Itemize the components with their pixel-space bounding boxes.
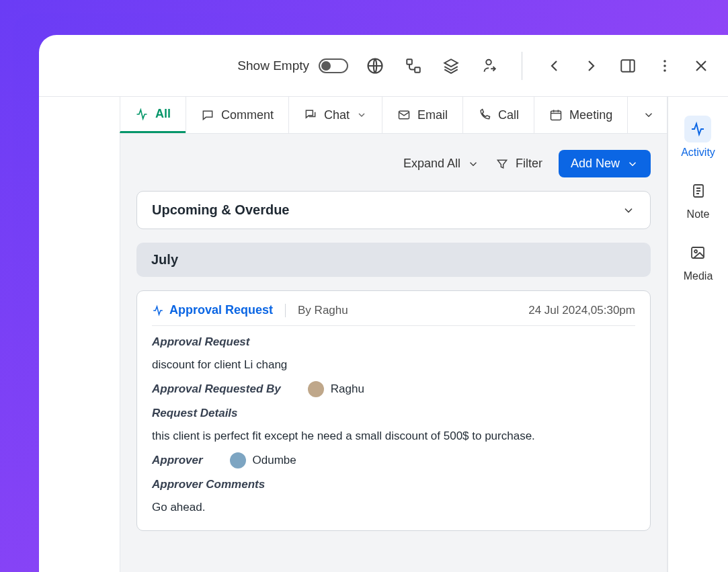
call-icon [478,108,491,122]
rail-activity[interactable]: Activity [681,116,715,159]
email-icon [397,108,411,122]
main-panel: All Comment Chat [39,97,668,572]
card-header: Approval Request By Raghu 24 Jul 2024,05… [152,303,635,326]
tab-meeting[interactable]: Meeting [534,97,627,133]
svg-point-5 [663,60,666,63]
upcoming-section-header[interactable]: Upcoming & Overdue [136,191,651,229]
details-value: this client is perfect fit except he nee… [152,430,635,443]
tab-chat[interactable]: Chat [288,97,382,133]
panel-collapse-icon[interactable] [619,57,637,75]
svg-rect-1 [407,59,412,65]
chevron-down-icon [622,204,635,217]
rail-note[interactable]: Note [685,177,712,220]
expand-all-button[interactable]: Expand All [403,157,479,171]
top-icon-group [366,52,709,80]
request-label: Approval Request [152,335,635,349]
next-icon[interactable] [583,58,599,74]
tab-all[interactable]: All [120,97,186,133]
svg-point-3 [486,59,491,65]
details-label: Request Details [152,407,635,420]
svg-rect-11 [692,247,704,258]
approver-person[interactable]: Odumbe [230,452,296,468]
approver-label: Approver [152,454,203,467]
close-icon[interactable] [693,58,709,74]
approval-card: Approval Request By Raghu 24 Jul 2024,05… [136,290,651,531]
svg-point-12 [694,250,697,253]
svg-rect-9 [551,111,561,120]
comments-value: Go ahead. [152,501,635,514]
show-empty-toggle[interactable]: Show Empty [237,58,348,73]
tab-bar: All Comment Chat [39,97,668,133]
tree-icon[interactable] [405,57,422,75]
card-timestamp: 24 Jul 2024,05:30pm [528,304,635,317]
activity-icon [135,108,149,121]
show-empty-label: Show Empty [237,58,309,73]
svg-point-6 [663,65,666,67]
globe-icon[interactable] [366,56,385,75]
tab-call[interactable]: Call [462,97,534,133]
chevron-down-icon [467,158,479,170]
rail-media[interactable]: Media [684,239,713,282]
chevron-down-icon [626,158,639,170]
toggle-switch[interactable] [319,58,348,73]
prev-icon[interactable] [547,58,563,74]
svg-point-7 [663,69,666,72]
svg-rect-4 [621,60,635,71]
requested-by-person[interactable]: Raghu [308,381,364,397]
chevron-down-icon [643,109,655,121]
chat-icon [304,108,317,122]
right-rail: Activity Note Media [668,97,728,572]
month-header: July [136,243,651,277]
request-value: discount for client Li chang [152,358,635,372]
top-toolbar: Show Empty [39,35,728,97]
avatar [230,452,246,468]
share-person-icon[interactable] [480,57,497,75]
toolbar-divider [522,52,522,80]
card-author: By Raghu [285,304,348,317]
note-icon [690,183,706,199]
chevron-down-icon [356,110,367,120]
comments-label: Approver Comments [152,478,635,491]
tab-email[interactable]: Email [382,97,462,133]
svg-rect-2 [415,67,420,73]
tab-comment[interactable]: Comment [186,97,288,133]
layers-icon[interactable] [442,57,460,75]
tab-more[interactable] [627,97,668,133]
app-window: Show Empty [39,35,728,572]
content-area: Expand All Filter Add New [120,133,668,572]
activity-icon [690,121,706,137]
calendar-icon [549,108,563,122]
add-new-button[interactable]: Add New [559,150,651,177]
requested-by-label: Approval Requested By [152,382,281,396]
image-icon [690,245,706,261]
filter-icon [495,157,509,171]
actions-row: Expand All Filter Add New [136,150,651,177]
activity-icon [152,304,164,317]
card-title[interactable]: Approval Request [152,303,273,317]
more-icon[interactable] [657,58,673,74]
comment-icon [201,108,214,122]
avatar [308,381,324,397]
filter-button[interactable]: Filter [495,157,542,171]
